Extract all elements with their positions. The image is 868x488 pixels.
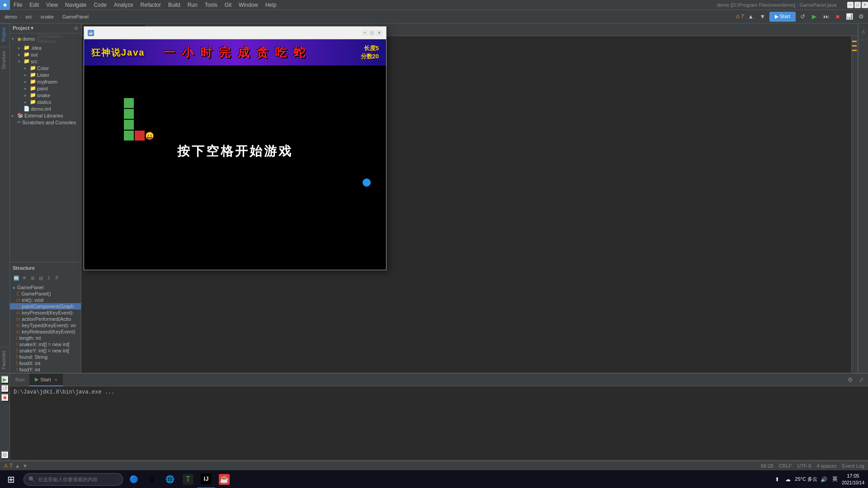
menu-window[interactable]: Window — [235, 1, 262, 9]
stats-score: 分数20 — [361, 52, 379, 61]
game-close-btn[interactable]: × — [376, 30, 382, 36]
rerun-btn[interactable]: ▶ — [809, 12, 819, 22]
lvtab-project[interactable]: Project — [0, 23, 9, 45]
bottom-settings-btn[interactable]: ⚙ — [845, 375, 855, 385]
run-rerun-btn[interactable]: ↺ — [1, 385, 9, 393]
tree-lister[interactable]: ▸ 📁 Lister — [10, 71, 81, 78]
step-btn[interactable]: ⏭ — [821, 12, 831, 22]
tree-idea[interactable]: ▸ 📁 .idea — [10, 44, 81, 51]
struct-keyreleased[interactable]: m keyReleased(KeyEvent) — [10, 328, 81, 335]
start-button[interactable]: ⊞ — [0, 470, 22, 488]
struct-keytyped[interactable]: m keyTyped(KeyEvent): vo — [10, 322, 81, 328]
tray-network-icon[interactable]: ⬆ — [773, 475, 781, 483]
taskbar-java-btn[interactable]: ☕ — [215, 470, 233, 488]
kt-icon: m — [16, 323, 20, 328]
stop-btn[interactable]: ■ — [833, 12, 843, 22]
tree-demo-iml[interactable]: 📄 demo.iml — [10, 105, 81, 112]
taskbar-search-input[interactable] — [38, 477, 115, 482]
start-close-btn[interactable]: × — [54, 377, 57, 382]
struct-constructor[interactable]: C GamePanel() — [10, 291, 81, 297]
event-log-status[interactable]: Event Log — [842, 463, 864, 469]
tab-run-start[interactable]: ▶ Start × — [29, 374, 63, 386]
taskbar-search-box[interactable]: 🔍 — [24, 473, 123, 486]
run-stop-btn[interactable]: ■ — [1, 394, 9, 402]
tree-myjfraem[interactable]: ▸ 📁 myjfraem — [10, 78, 81, 85]
window-close-btn[interactable]: × — [862, 2, 868, 8]
taskbar-settings-btn[interactable]: ⚙ — [143, 470, 161, 488]
coverage-btn[interactable]: 📊 — [844, 12, 854, 22]
menu-refactor[interactable]: Refactor — [137, 1, 165, 9]
anonymous-btn[interactable]: λ — [45, 274, 52, 282]
taskbar-clock[interactable]: 17:05 2021/10/14 — [842, 473, 864, 486]
taskbar-cortana-btn[interactable]: 🔵 — [125, 470, 143, 488]
tree-snake[interactable]: ▸ 📁 snake — [10, 92, 81, 99]
struct-init[interactable]: m init(): void — [10, 297, 81, 303]
tree-scratches[interactable]: ✏ Scratches and Consoles — [10, 119, 81, 126]
tree-paint[interactable]: ▸ 📁 paint — [10, 85, 81, 92]
menu-analyze[interactable]: Analyze — [110, 1, 137, 9]
tree-statics[interactable]: ▸ 📁 statics — [10, 99, 81, 105]
settings-btn[interactable]: ⚙ — [856, 12, 866, 22]
lvtab-structure[interactable]: Structure — [0, 47, 9, 73]
struct-keypressed[interactable]: m keyPressed(KeyEvent): — [10, 310, 81, 316]
public-only-btn[interactable]: P — [53, 274, 61, 282]
intellij-icon: IJ — [201, 474, 212, 484]
tree-ext-libs[interactable]: ▸ 📚 External Libraries — [10, 112, 81, 119]
run-settings-btn[interactable]: ⚙ — [1, 451, 9, 459]
menu-run[interactable]: Run — [184, 1, 201, 9]
expand-icon: ▲ — [15, 463, 20, 469]
struct-foody[interactable]: f foodY: int — [10, 366, 81, 373]
crlf-status: CRLF — [779, 463, 792, 469]
struct-actionperformed[interactable]: m actionPerformed(Actio — [10, 316, 81, 322]
game-minimize-btn[interactable]: − — [362, 30, 368, 36]
project-settings-btn[interactable]: ⚙ — [74, 26, 78, 31]
menu-git[interactable]: Git — [221, 1, 235, 9]
menu-code[interactable]: Code — [90, 1, 110, 9]
collapse-btn[interactable]: ▼ — [758, 12, 768, 22]
warning-indicator: ⚠ 7 — [736, 14, 744, 19]
tray-weather-icon[interactable]: ☁ — [784, 475, 792, 483]
struct-found[interactable]: f found: String — [10, 354, 81, 360]
tree-out[interactable]: ▸ 📁 out — [10, 51, 81, 58]
tray-speaker-icon[interactable]: 🔊 — [820, 475, 828, 483]
tree-demo[interactable]: ▾ ◉ demo D:\Program Files\new — [10, 33, 81, 44]
struct-snakex[interactable]: f snakeX: int[] = new int[ — [10, 341, 81, 347]
run-play-btn[interactable]: ▶ — [1, 375, 9, 384]
struct-gamepanel-class[interactable]: ● GamePanel — [10, 284, 81, 291]
menu-build[interactable]: Build — [165, 1, 184, 9]
menu-edit[interactable]: Edit — [26, 1, 42, 9]
struct-length[interactable]: f length: int — [10, 335, 81, 341]
status-right: 68:28 CRLF UTF-8 4 spaces Event Log — [761, 463, 864, 469]
bottom-expand-btn[interactable]: ⤢ — [856, 375, 866, 385]
struct-paint[interactable]: m paintComponent(Graph — [10, 303, 81, 310]
expand-btn[interactable]: ▲ — [746, 12, 756, 22]
taskbar-intellij-btn[interactable]: IJ — [197, 470, 215, 488]
expand-all-btn[interactable]: ⊞ — [29, 274, 36, 282]
tree-src[interactable]: ▾ 📁 src — [10, 58, 81, 65]
menu-view[interactable]: View — [42, 1, 61, 9]
window-maximize-btn[interactable]: □ — [854, 2, 861, 8]
struct-snakey[interactable]: f snakeY: int[] = new int[ — [10, 347, 81, 354]
menu-file[interactable]: File — [10, 1, 26, 9]
bottom-output: D:\Java\jdk1.8\bin\java.exe ... — [10, 386, 868, 462]
struct-sy-label: snakeY: int[] = new int[ — [19, 348, 69, 353]
notifications-btn[interactable]: ⚠ — [857, 25, 868, 38]
run-btn[interactable]: ▶ Start — [769, 12, 796, 22]
lvtab-favorites[interactable]: Favorites — [0, 347, 9, 373]
taskbar-typora-btn[interactable]: T — [179, 470, 197, 488]
menu-tools[interactable]: Tools — [201, 1, 221, 9]
sort-visibility-btn[interactable]: 👁 — [21, 274, 28, 282]
menu-navigate[interactable]: Navigate — [61, 1, 90, 9]
struct-foodx[interactable]: f foodX: int — [10, 360, 81, 366]
right-scrollbar[interactable] — [851, 36, 858, 373]
tray-keyboard-icon[interactable]: 英 — [831, 475, 839, 483]
menu-help[interactable]: Help — [262, 1, 280, 9]
taskbar-edge-btn[interactable]: 🌐 — [161, 470, 179, 488]
refresh-btn[interactable]: ↺ — [797, 12, 807, 22]
show-inherited-btn[interactable]: ▤ — [37, 274, 44, 282]
window-minimize-btn[interactable]: − — [847, 2, 854, 8]
tree-color[interactable]: ▸ 📁 Color — [10, 65, 81, 71]
sort-alpha-btn[interactable]: 🔤 — [13, 274, 20, 282]
src-folder-icon: 📁 — [24, 58, 30, 64]
game-maximize-btn[interactable]: □ — [369, 30, 375, 36]
